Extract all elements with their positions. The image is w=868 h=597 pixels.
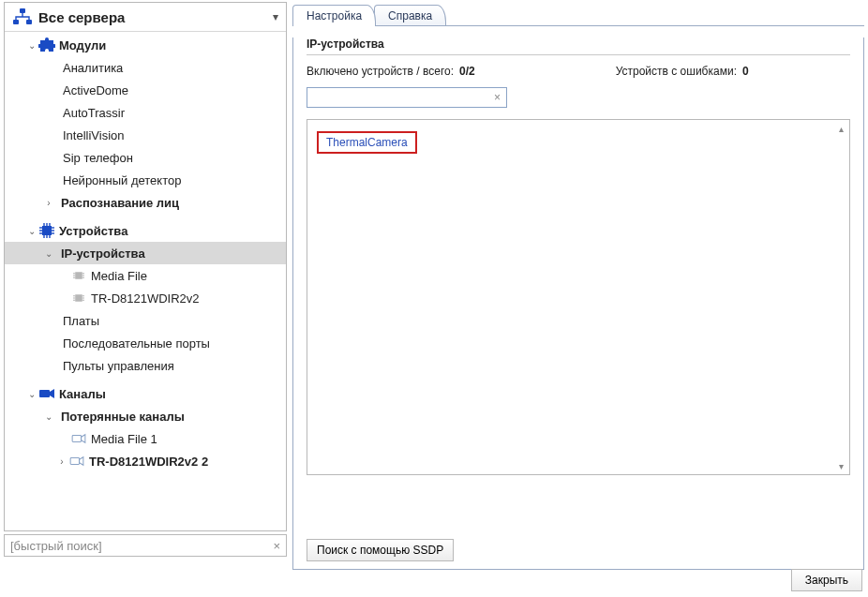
tree-node-channels[interactable]: ⌄ Каналы: [5, 382, 286, 405]
clear-icon[interactable]: ×: [492, 91, 502, 104]
svg-rect-16: [75, 272, 82, 279]
svg-rect-2: [26, 20, 32, 24]
tree-item[interactable]: ActiveDome: [5, 79, 286, 101]
clear-icon[interactable]: ×: [271, 539, 282, 553]
tree-node-devices[interactable]: ⌄ Устройства: [5, 219, 286, 242]
tab-settings[interactable]: Настройка: [292, 5, 376, 26]
camera-icon: [68, 455, 85, 467]
chevron-down-icon: ⌄: [42, 411, 55, 422]
tree-item[interactable]: Платы: [5, 309, 286, 332]
scroll-up-icon[interactable]: ▴: [834, 122, 847, 135]
svg-rect-0: [20, 8, 25, 13]
tree-node-ip-devices[interactable]: ⌄ IP-устройства: [5, 242, 286, 264]
tree-item[interactable]: Нейронный детектор: [5, 169, 286, 191]
chevron-down-icon: ⌄: [25, 389, 38, 399]
chip-icon: [70, 270, 87, 281]
tree-label: Модули: [59, 38, 106, 52]
chip-icon: [38, 223, 55, 238]
chevron-right-icon: ›: [55, 456, 68, 467]
chip-icon: [70, 292, 87, 304]
left-panel: Все сервера ▾ ⌄ Модули Аналитика ActiveD…: [4, 2, 287, 531]
quick-search[interactable]: ×: [4, 534, 287, 557]
scrollbar[interactable]: ▴ ▾: [834, 122, 847, 472]
camera-icon: [70, 433, 87, 444]
svg-rect-30: [39, 390, 50, 397]
errors-label: Устройств с ошибками:: [616, 65, 737, 78]
tree-item[interactable]: › TR-D8121WDIR2v2 2: [5, 450, 286, 472]
tree-label: IP-устройства: [61, 246, 145, 261]
device-filter-input[interactable]: [311, 90, 492, 105]
device-item-thermalcamera[interactable]: ThermalCamera: [317, 131, 417, 154]
tree-node-lost-channels[interactable]: ⌄ Потерянные каналы: [5, 405, 286, 427]
enabled-devices-label: Включено устройств / всего:: [307, 65, 454, 78]
tree-label: Потерянные каналы: [61, 410, 185, 424]
stats-row: Включено устройств / всего: 0/2 Устройст…: [307, 65, 850, 78]
svg-rect-1: [13, 20, 19, 24]
tab-help[interactable]: Справка: [374, 5, 446, 26]
close-button[interactable]: Закрыть: [791, 569, 862, 591]
tree-item[interactable]: Последовательные порты: [5, 332, 286, 354]
chevron-down-icon: ▾: [273, 10, 278, 23]
server-selector[interactable]: Все сервера ▾: [5, 3, 286, 32]
svg-rect-3: [42, 226, 52, 235]
tree-item[interactable]: AutoTrassir: [5, 101, 286, 124]
tree-item[interactable]: Media File 1: [5, 427, 286, 450]
divider: [307, 54, 850, 55]
enabled-devices-value: 0/2: [459, 65, 475, 78]
errors-value: 0: [742, 65, 749, 78]
svg-rect-32: [70, 458, 79, 465]
tree-node-face-recognition[interactable]: › Распознавание лиц: [5, 191, 286, 214]
tab-body: IP-устройства Включено устройств / всего…: [292, 37, 864, 570]
device-filter[interactable]: ×: [307, 87, 507, 108]
network-icon: [12, 8, 33, 25]
right-panel: Настройка Справка IP-устройства Включено…: [292, 2, 864, 559]
server-selector-label: Все сервера: [38, 9, 125, 25]
chevron-right-icon: ›: [42, 198, 55, 208]
tree-item[interactable]: IntelliVision: [5, 124, 286, 146]
scroll-down-icon[interactable]: ▾: [834, 459, 847, 472]
ssdp-search-button[interactable]: Поиск с помощью SSDP: [307, 539, 454, 561]
tree-item[interactable]: Пульты управления: [5, 354, 286, 377]
quick-search-input[interactable]: [8, 538, 271, 554]
tree-label: Устройства: [59, 224, 127, 238]
tree-item[interactable]: Аналитика: [5, 56, 286, 79]
chevron-down-icon: ⌄: [42, 248, 55, 259]
tree-item[interactable]: Sip телефон: [5, 146, 286, 169]
chevron-down-icon: ⌄: [25, 226, 38, 236]
chevron-down-icon: ⌄: [25, 40, 38, 51]
tree-item[interactable]: Media File: [5, 264, 286, 287]
puzzle-icon: [38, 37, 55, 52]
camera-icon: [38, 387, 55, 400]
tree-label: Распознавание лиц: [61, 196, 179, 210]
svg-rect-31: [72, 436, 81, 442]
svg-rect-23: [75, 294, 82, 302]
nav-tree[interactable]: ⌄ Модули Аналитика ActiveDome AutoTrassi…: [5, 32, 286, 528]
tab-strip: Настройка Справка: [292, 2, 864, 26]
tree-node-modules[interactable]: ⌄ Модули: [5, 34, 286, 56]
tree-label: Каналы: [59, 387, 106, 401]
tree-item[interactable]: TR-D8121WDIR2v2: [5, 287, 286, 309]
section-title: IP-устройства: [307, 37, 850, 51]
device-list[interactable]: ThermalCamera ▴ ▾: [307, 119, 850, 475]
